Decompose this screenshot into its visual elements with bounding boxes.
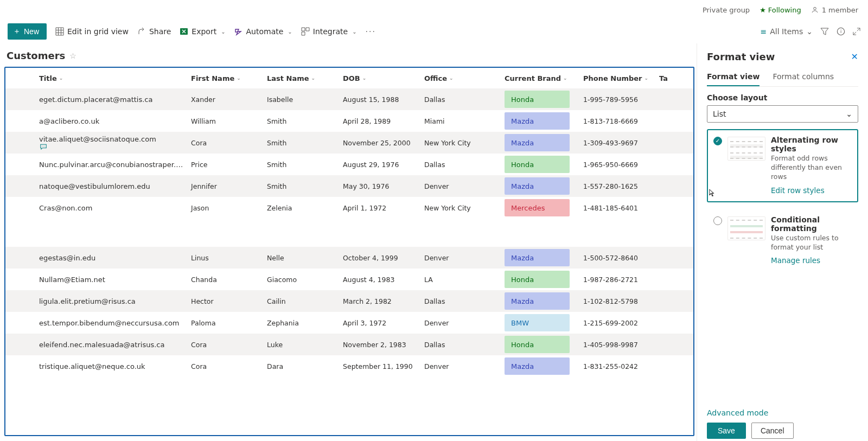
cell-brand: Mazda <box>502 292 581 310</box>
comment-icon[interactable] <box>39 143 187 151</box>
table-row[interactable]: egestas@in.edu Linus Nelle October 4, 19… <box>5 247 693 269</box>
cell-brand: Mazda <box>502 249 581 266</box>
tab-format-view[interactable]: Format view <box>707 69 760 86</box>
share-button[interactable]: Share <box>137 25 171 38</box>
col-truncated[interactable]: Ta <box>657 74 674 82</box>
cell-first: Paloma <box>189 319 265 327</box>
cell-title: est.tempor.bibendum@neccursusa.com <box>37 319 189 327</box>
overflow-button[interactable]: ··· <box>366 25 376 38</box>
col-phone[interactable]: Phone Number⌄ <box>581 74 657 82</box>
info-icon[interactable]: i <box>837 27 845 36</box>
advanced-mode-link[interactable]: Advanced mode <box>707 408 858 417</box>
table-row[interactable]: eget.dictum.placerat@mattis.ca Xander Is… <box>5 88 693 110</box>
table-row[interactable]: Cras@non.com Jason Zelenia April 1, 1972… <box>5 197 693 219</box>
cell-phone: 1-995-789-5956 <box>581 95 657 104</box>
table-header: Title⌄ First Name⌄ Last Name⌄ DOB⌄ Offic… <box>5 68 693 88</box>
close-icon[interactable]: ✕ <box>851 52 858 62</box>
cell-last: Isabelle <box>265 95 341 104</box>
following-button[interactable]: ★ Following <box>760 6 801 14</box>
cell-title: Nullam@Etiam.net <box>37 276 189 284</box>
table-row[interactable]: natoque@vestibulumlorem.edu Jennifer Smi… <box>5 175 693 197</box>
tab-format-columns[interactable]: Format columns <box>773 69 834 86</box>
option-conditional-formatting[interactable]: Conditional formatting Use custom rules … <box>707 209 858 273</box>
cell-phone: 1-831-255-0242 <box>581 362 657 370</box>
cell-title: natoque@vestibulumlorem.edu <box>37 182 189 190</box>
edit-grid-label: Edit in grid view <box>67 27 129 36</box>
chevron-down-icon: ⌄ <box>449 75 454 81</box>
person-icon <box>811 6 819 14</box>
table-row[interactable]: vitae.aliquet@sociisnatoque.com Cora Smi… <box>5 132 693 154</box>
cell-brand: Honda <box>502 271 581 288</box>
cell-office: Dallas <box>422 95 502 104</box>
cell-dob: May 30, 1976 <box>341 182 422 190</box>
cell-first: Cora <box>189 139 265 147</box>
plus-icon: ＋ <box>13 27 21 36</box>
table-row[interactable]: tristique.aliquet@neque.co.uk Cora Dara … <box>5 355 693 377</box>
table-row[interactable]: Nunc.pulvinar.arcu@conubianostraper.edu … <box>5 154 693 175</box>
cell-dob: April 1, 1972 <box>341 204 422 212</box>
view-switcher[interactable]: ≡ All Items ⌄ <box>761 27 813 36</box>
table-row[interactable]: a@aclibero.co.uk William Smith April 28,… <box>5 110 693 132</box>
cancel-button[interactable]: Cancel <box>751 423 794 439</box>
cell-last: Luke <box>265 341 341 349</box>
option-alternating-rows[interactable]: Alternating row styles Format odd rows d… <box>707 129 858 202</box>
export-button[interactable]: Export ⌄ <box>180 25 225 38</box>
view-name: All Items <box>770 27 803 36</box>
table-row[interactable]: Nullam@Etiam.net Chanda Giacomo August 4… <box>5 269 693 290</box>
brand-pill: Mazda <box>505 249 570 266</box>
brand-pill: Mazda <box>505 134 570 151</box>
table-row[interactable]: est.tempor.bibendum@neccursusa.com Palom… <box>5 312 693 334</box>
automate-button[interactable]: Automate ⌄ <box>234 25 292 38</box>
expand-icon[interactable] <box>853 28 860 35</box>
save-button[interactable]: Save <box>707 423 746 439</box>
panel-title: Format view <box>707 51 775 62</box>
share-label: Share <box>149 27 171 36</box>
site-context-bar: Private group ★ Following 1 member <box>0 0 868 20</box>
table-row[interactable]: eleifend.nec.malesuada@atrisus.ca Cora L… <box>5 334 693 355</box>
col-dob[interactable]: DOB⌄ <box>341 74 422 82</box>
col-office[interactable]: Office⌄ <box>422 74 502 82</box>
filter-icon[interactable] <box>820 27 829 36</box>
col-last[interactable]: Last Name⌄ <box>265 74 341 82</box>
members-button[interactable]: 1 member <box>811 6 858 14</box>
brand-pill: Honda <box>505 336 570 353</box>
cell-brand: Honda <box>502 156 581 173</box>
integrate-button[interactable]: Integrate ⌄ <box>301 25 357 38</box>
cell-first: Price <box>189 161 265 169</box>
edit-row-styles-link[interactable]: Edit row styles <box>771 186 825 195</box>
integrate-label: Integrate <box>313 27 348 36</box>
cell-office: Dallas <box>422 341 502 349</box>
brand-pill: BMW <box>505 314 570 331</box>
cell-title: Cras@non.com <box>37 204 189 212</box>
brand-pill: Honda <box>505 91 570 108</box>
cell-phone: 1-965-950-6669 <box>581 161 657 169</box>
cell-office: Denver <box>422 254 502 262</box>
cell-dob: October 4, 1999 <box>341 254 422 262</box>
chevron-down-icon: ⌄ <box>352 29 356 35</box>
choose-layout-label: Choose layout <box>707 93 858 102</box>
cell-dob: March 2, 1982 <box>341 297 422 305</box>
manage-rules-link[interactable]: Manage rules <box>771 256 820 265</box>
opt2-title: Conditional formatting <box>771 215 852 233</box>
col-title[interactable]: Title⌄ <box>37 74 189 82</box>
cell-last: Nelle <box>265 254 341 262</box>
chevron-down-icon: ⌄ <box>221 29 225 35</box>
cell-first: Cora <box>189 341 265 349</box>
table-row[interactable]: ligula.elit.pretium@risus.ca Hector Cail… <box>5 290 693 312</box>
cell-first: Hector <box>189 297 265 305</box>
cell-brand: Honda <box>502 91 581 108</box>
scrollbar-thumb[interactable] <box>693 67 694 109</box>
cell-brand: Honda <box>502 336 581 353</box>
col-first[interactable]: First Name⌄ <box>189 74 265 82</box>
layout-select[interactable]: List ⌄ <box>707 105 858 123</box>
cell-office: Denver <box>422 319 502 327</box>
cell-phone: 1-215-699-2002 <box>581 319 657 327</box>
command-bar: ＋ New Edit in grid view Share Export ⌄ A… <box>0 20 868 43</box>
new-button[interactable]: ＋ New <box>8 23 47 40</box>
cell-office: New York City <box>422 139 502 147</box>
edit-grid-button[interactable]: Edit in grid view <box>55 25 129 38</box>
favorite-icon[interactable]: ☆ <box>69 52 76 60</box>
col-brand[interactable]: Current Brand⌄ <box>502 74 581 82</box>
cell-office: Denver <box>422 182 502 190</box>
layout-value: List <box>713 110 726 118</box>
